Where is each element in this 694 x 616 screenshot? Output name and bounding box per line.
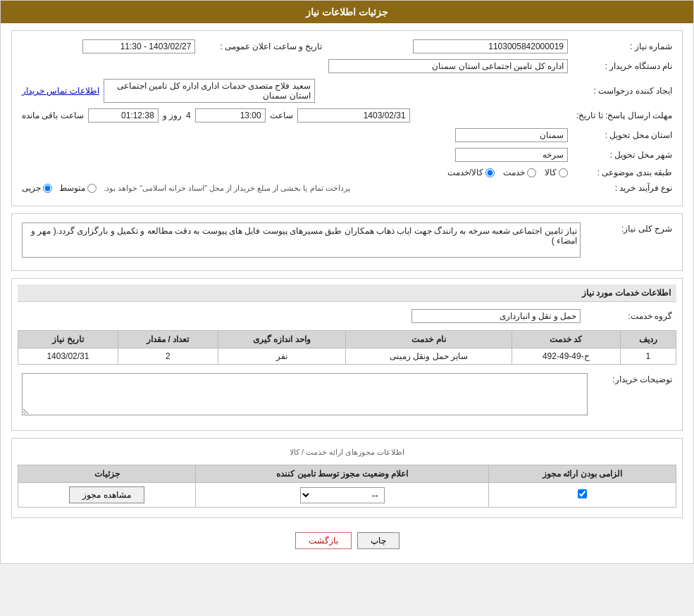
table-header-row: الزامی بودن ارائه مجوز اعلام وضعیت مجوز …: [18, 465, 676, 483]
view-license-button[interactable]: مشاهده مجوز: [69, 486, 144, 503]
category-radio-group: کالا خدمت کالا/خدمت: [22, 168, 568, 177]
service-section-title: اطلاعات خدمات مورد نیاز: [18, 284, 676, 302]
announce-label: تاریخ و ساعت اعلان عمومی :: [220, 42, 322, 51]
page-wrapper: جزئیات اطلاعات نیاز شماره نیاز : 1103005…: [0, 0, 694, 564]
table-row: شهر محل تحویل : سرخه: [18, 145, 676, 165]
category-value: کالا خدمت کالا/خدمت: [18, 165, 572, 180]
general-desc-section: شرح کلی نیاز: نیاز تامین اجتماعی شعبه سر…: [11, 213, 683, 271]
category-khadamat-radio[interactable]: [527, 168, 536, 177]
table-row: 1ح-49-49-492سایر حمل ونقل زمینینفر21403/…: [18, 348, 676, 365]
announce-value-cell: 1403/02/27 - 11:30: [18, 37, 199, 56]
service-section: اطلاعات خدمات مورد نیاز گروه خدمت: حمل و…: [11, 278, 683, 431]
table-row: نام دستگاه خریدار : اداره کل تامین اجتما…: [18, 56, 676, 76]
table-row: نوع فرآیند خرید : پرداخت تمام یا بخشی از…: [18, 180, 676, 196]
return-button[interactable]: بازگشت: [295, 532, 352, 549]
col-date: تاریخ نیاز: [18, 331, 118, 348]
requester-label: ایجاد کننده درخواست :: [572, 76, 676, 106]
category-kala-label: کالا: [545, 168, 557, 177]
table-row: ایجاد کننده درخواست : سعید فلاح متصدی خد…: [18, 76, 676, 106]
category-khadamat-label: خدمت: [503, 168, 525, 177]
col-unit: واحد اندازه گیری: [218, 331, 346, 348]
process-matasat-label: متوسط: [59, 183, 85, 193]
need-number-value: 1103005842000019: [326, 37, 572, 56]
category-kala-option: کالا: [545, 168, 568, 177]
deadline-label: مهلت ارسال پاسخ: تا تاریخ:: [572, 106, 676, 125]
info-section: شماره نیاز : 1103005842000019 تاریخ و سا…: [11, 30, 683, 206]
service-group-value: حمل و نقل و انبارداری: [18, 306, 585, 326]
col-quantity: تعداد / مقدار: [118, 331, 218, 348]
city-label: شهر محل تحویل :: [572, 145, 676, 165]
table-header-row: ردیف کد خدمت نام خدمت واحد اندازه گیری ت…: [18, 331, 676, 348]
deadline-value: 1403/02/31 ساعت 13:00 4 روز و 01:12:38 س…: [18, 106, 572, 125]
col-service-name: نام خدمت: [346, 331, 512, 348]
general-desc-field: نیاز تامین اجتماعی شعبه سرخه به رانندگ ج…: [22, 222, 581, 258]
process-jazei-label: جزیی: [22, 183, 41, 193]
deadline-time-field: 13:00: [195, 108, 266, 122]
license-table: الزامی بودن ارائه مجوز اعلام وضعیت مجوز …: [18, 465, 676, 508]
col-service-code: کد خدمت: [512, 331, 620, 348]
process-jazei-option: جزیی: [22, 183, 52, 193]
buyer-org-value: اداره کل تامین اجتماعی استان سمنان: [18, 56, 572, 76]
announce-value-field: 1403/02/27 - 11:30: [82, 39, 195, 54]
buyer-org-field: اداره کل تامین اجتماعی استان سمنان: [328, 59, 568, 73]
remaining-label: ساعت باقی مانده: [22, 111, 84, 120]
col-mandatory: الزامی بودن ارائه مجوز: [489, 465, 676, 483]
category-kala-khadamat-option: کالا/خدمت: [447, 168, 495, 177]
service-group-table: گروه خدمت: حمل و نقل و انبارداری: [18, 306, 676, 326]
col-details: جزئیات: [18, 465, 196, 483]
service-data-table: ردیف کد خدمت نام خدمت واحد اندازه گیری ت…: [18, 330, 676, 365]
table-row: مهلت ارسال پاسخ: تا تاریخ: 1403/02/31 سا…: [18, 106, 676, 125]
process-jazei-radio[interactable]: [43, 184, 52, 193]
main-content: شماره نیاز : 1103005842000019 تاریخ و سا…: [1, 23, 693, 563]
remaining-time-field: 01:12:38: [88, 108, 159, 122]
day-label: روز و: [163, 111, 182, 120]
deadline-date-field: 1403/02/31: [297, 108, 410, 122]
footer-buttons: چاپ بازگشت: [11, 525, 683, 556]
license-section-title: اطلاعات مجوزهای ارائه خدمت / کالا: [18, 444, 676, 460]
process-type-value: پرداخت تمام یا بخشی از مبلغ خریدار از مح…: [18, 180, 572, 196]
general-desc-value: نیاز تامین اجتماعی شعبه سرخه به رانندگ ج…: [18, 220, 585, 260]
table-row: شماره نیاز : 1103005842000019 تاریخ و سا…: [18, 37, 676, 56]
status-select[interactable]: --: [300, 487, 385, 503]
announce-label-cell: تاریخ و ساعت اعلان عمومی :: [199, 37, 326, 56]
process-type-label: نوع فرآیند خرید :: [572, 180, 676, 196]
general-desc-label: شرح کلی نیاز:: [585, 220, 676, 260]
mandatory-checkbox[interactable]: [578, 489, 587, 498]
table-row: --مشاهده مجوز: [18, 483, 676, 508]
buyer-notes-value: [18, 370, 592, 420]
requester-contact-link[interactable]: اطلاعات تماس خریدار: [22, 86, 99, 96]
category-label: طبقه بندی موضوعی :: [572, 165, 676, 180]
buyer-org-label: نام دستگاه خریدار :: [572, 56, 676, 76]
process-matasat-radio[interactable]: [87, 184, 97, 193]
page-header: جزئیات اطلاعات نیاز: [1, 1, 693, 23]
process-notice: پرداخت تمام یا بخشی از مبلغ خریدار از مح…: [104, 184, 350, 193]
city-value: سرخه: [18, 145, 572, 165]
table-row: طبقه بندی موضوعی : کالا خدمت: [18, 165, 676, 180]
province-label: استان محل تحویل :: [572, 125, 676, 145]
page-title: جزئیات اطلاعات نیاز: [306, 6, 388, 18]
buyer-notes-label: توضیحات خریدار:: [592, 370, 676, 420]
buyer-notes-textarea[interactable]: [22, 373, 588, 415]
print-button[interactable]: چاپ: [357, 532, 399, 549]
category-kala-khadamat-radio[interactable]: [485, 168, 495, 177]
table-row: شرح کلی نیاز: نیاز تامین اجتماعی شعبه سر…: [18, 220, 676, 260]
process-type-row: پرداخت تمام یا بخشی از مبلغ خریدار از مح…: [22, 183, 568, 193]
deadline-time-label: ساعت: [270, 111, 293, 120]
category-kala-radio[interactable]: [559, 168, 568, 177]
col-status: اعلام وضعیت مجوز توسط تامین کننده: [196, 465, 489, 483]
buyer-notes-table: توضیحات خریدار:: [18, 370, 676, 420]
license-section: اطلاعات مجوزهای ارائه خدمت / کالا الزامی…: [11, 438, 683, 518]
day-value: 4: [186, 111, 191, 120]
need-number-field: 1103005842000019: [413, 39, 568, 54]
category-khadamat-option: خدمت: [503, 168, 536, 177]
city-field: سرخه: [455, 148, 568, 162]
province-field: سمنان: [455, 128, 568, 142]
need-number-label: شماره نیاز :: [572, 37, 676, 56]
process-matasat-option: متوسط: [59, 183, 97, 193]
table-row: توضیحات خریدار:: [18, 370, 676, 420]
requester-value: سعید فلاح متصدی خدمات اداری اداره کل تام…: [18, 76, 572, 106]
requester-field: سعید فلاح متصدی خدمات اداری اداره کل تام…: [104, 79, 315, 103]
table-row: استان محل تحویل : سمنان: [18, 125, 676, 145]
province-value: سمنان: [18, 125, 572, 145]
service-group-label: گروه خدمت:: [585, 306, 676, 326]
